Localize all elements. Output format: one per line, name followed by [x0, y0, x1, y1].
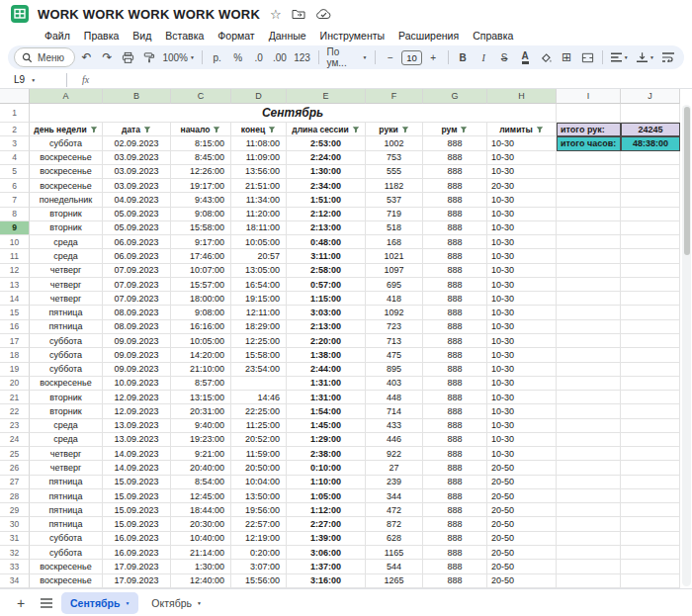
cell[interactable]: 13:50:00	[231, 489, 287, 503]
cell[interactable]: 448	[366, 391, 423, 404]
grid-corner[interactable]	[0, 89, 30, 104]
decrease-font-size-button[interactable]: −	[381, 47, 399, 67]
cell[interactable]	[621, 433, 680, 447]
cell[interactable]: 10-30	[487, 193, 557, 207]
cell[interactable]	[621, 249, 680, 263]
cell[interactable]: 12:45:00	[171, 489, 231, 503]
cell[interactable]: 895	[366, 363, 423, 377]
cell[interactable]: 1:38:00	[287, 348, 366, 362]
text-wrap-button[interactable]	[659, 47, 678, 67]
row-header-1[interactable]: 1	[0, 104, 30, 123]
cell[interactable]: 888	[423, 235, 487, 249]
cell[interactable]	[557, 179, 621, 193]
cell[interactable]: 8:54:00	[171, 476, 231, 489]
cell[interactable]: 1182	[366, 179, 423, 193]
bold-button[interactable]: B	[454, 47, 473, 67]
row-header-13[interactable]: 13	[0, 278, 30, 292]
cell[interactable]: 14.09.2023	[103, 461, 171, 475]
cell[interactable]: 20-50	[487, 517, 557, 531]
row-header-24[interactable]: 24	[0, 433, 30, 447]
row-header-16[interactable]: 16	[0, 320, 30, 334]
filter-icon[interactable]	[401, 126, 409, 133]
cell[interactable]: 20-50	[487, 560, 557, 573]
cell[interactable]: 20-50	[487, 546, 557, 560]
row-header-12[interactable]: 12	[0, 264, 30, 278]
cell[interactable]: 10:40:00	[171, 532, 231, 546]
cell[interactable]	[557, 306, 621, 319]
cell[interactable]: пятница	[30, 306, 103, 319]
add-sheet-button[interactable]: +	[10, 592, 32, 614]
cell[interactable]: 17:46:00	[171, 249, 231, 263]
cell[interactable]: 15:58:00	[231, 348, 287, 362]
cell[interactable]	[557, 292, 621, 306]
menu-item-view[interactable]: Вид	[126, 30, 158, 42]
cell[interactable]: 3:07:00	[231, 560, 287, 573]
cell[interactable]: 1092	[366, 306, 423, 319]
cell[interactable]: 20:40:00	[171, 461, 231, 475]
row-header-32[interactable]: 32	[0, 546, 30, 560]
cell[interactable]: 08.09.2023	[103, 320, 171, 334]
cell[interactable]: 888	[423, 179, 487, 193]
cell[interactable]: 2:12:00	[287, 208, 366, 221]
cell[interactable]: 14.09.2023	[103, 447, 171, 461]
cell[interactable]: 2:13:00	[287, 221, 366, 235]
cell[interactable]: 10-30	[487, 348, 557, 362]
menu-item-format[interactable]: Формат	[211, 30, 261, 42]
cell[interactable]: суббота	[30, 363, 103, 377]
cell[interactable]	[621, 447, 680, 461]
cell[interactable]: 888	[423, 151, 487, 165]
cell[interactable]: 3:11:00	[287, 249, 366, 263]
cell[interactable]: 168	[366, 235, 423, 249]
cell[interactable]: 1002	[366, 136, 423, 150]
increase-decimal-button[interactable]: .00	[270, 47, 289, 67]
cell[interactable]: 888	[423, 221, 487, 235]
strikethrough-button[interactable]: S	[495, 47, 514, 67]
cell[interactable]: суббота	[30, 532, 103, 546]
row-header-7[interactable]: 7	[0, 193, 30, 207]
cell[interactable]: 753	[366, 151, 423, 165]
vertical-scrollbar-thumb[interactable]	[684, 107, 690, 255]
row-header-4[interactable]: 4	[0, 151, 30, 165]
cell[interactable]: 714	[366, 404, 423, 418]
table-header-hands[interactable]: руки	[366, 123, 423, 136]
cell[interactable]: 13.09.2023	[103, 433, 171, 447]
cell[interactable]: 888	[423, 292, 487, 306]
column-header-B[interactable]: B	[103, 89, 171, 104]
cell[interactable]: 10.09.2023	[103, 377, 171, 391]
cell[interactable]: четверг	[30, 447, 103, 461]
cell[interactable]: 2:53:00	[287, 136, 366, 150]
cell[interactable]: 9:17:00	[171, 235, 231, 249]
table-header-session-length[interactable]: длина сессии	[287, 123, 366, 136]
cell[interactable]: 0:48:00	[287, 235, 366, 249]
filter-icon[interactable]	[213, 126, 220, 133]
cell[interactable]: 10-30	[487, 278, 557, 292]
cell[interactable]: 403	[366, 377, 423, 391]
cell[interactable]: 20-50	[487, 489, 557, 503]
borders-button[interactable]: ⊞	[558, 47, 576, 67]
cell[interactable]: 18:44:00	[171, 503, 231, 517]
cell[interactable]: пятница	[30, 489, 103, 503]
cell[interactable]	[557, 165, 621, 179]
cell[interactable]	[557, 532, 621, 546]
cell[interactable]: 07.09.2023	[103, 264, 171, 278]
cell[interactable]: 2:44:00	[287, 363, 366, 377]
cell[interactable]: 344	[366, 489, 423, 503]
cell[interactable]	[557, 433, 621, 447]
cell[interactable]: 04.09.2023	[103, 193, 171, 207]
text-color-button[interactable]: A	[522, 51, 529, 64]
row-header-18[interactable]: 18	[0, 348, 30, 362]
cell[interactable]: 888	[423, 377, 487, 391]
cell[interactable]: 05.09.2023	[103, 221, 171, 235]
cell[interactable]: 09.09.2023	[103, 363, 171, 377]
cell[interactable]: 10-30	[487, 363, 557, 377]
cell[interactable]: 888	[423, 306, 487, 319]
row-header-5[interactable]: 5	[0, 165, 30, 179]
cell[interactable]: 13:56:00	[231, 165, 287, 179]
cell[interactable]: 10-30	[487, 292, 557, 306]
cell[interactable]	[557, 560, 621, 573]
cell[interactable]: 537	[366, 193, 423, 207]
cell[interactable]	[557, 404, 621, 418]
cell[interactable]: четверг	[30, 278, 103, 292]
cell[interactable]	[621, 235, 680, 249]
cell[interactable]: 8:57:00	[171, 377, 231, 391]
